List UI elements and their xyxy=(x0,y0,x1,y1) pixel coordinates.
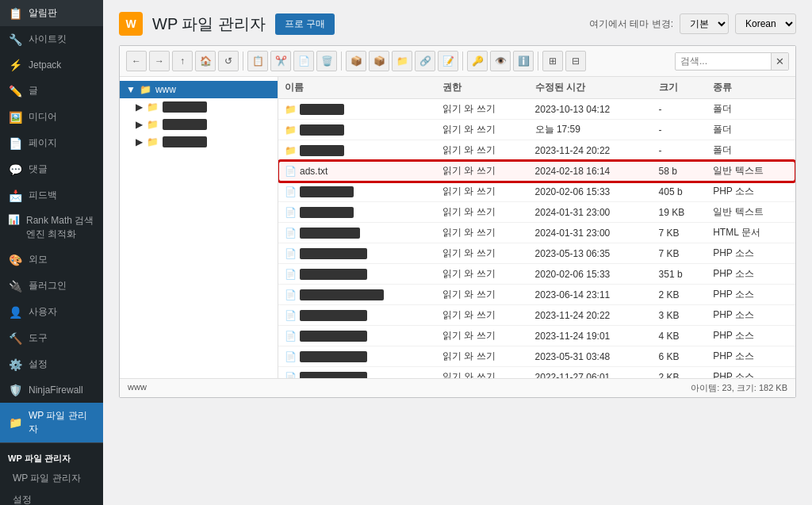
table-row[interactable]: 📄wp-●●●●●●●●● 읽기 와 쓰기 2020-02-06 15:33 3… xyxy=(278,264,795,285)
sidebar-item-users[interactable]: 👤 사용자 xyxy=(0,299,103,325)
theme-select-lang[interactable]: Korean xyxy=(735,13,796,34)
cell-name: 📄re●●●●●●●●● xyxy=(278,223,436,243)
cell-name: 📁wp-●●●●● xyxy=(278,120,436,140)
toolbar-refresh[interactable]: ↺ xyxy=(218,51,239,71)
file-icon: 📄 xyxy=(285,351,297,362)
file-icon: 📄 xyxy=(285,331,297,342)
toolbar-permissions[interactable]: 🔑 xyxy=(467,51,488,71)
toolbar-info[interactable]: ℹ️ xyxy=(513,51,534,71)
folder-icon: 📁 xyxy=(285,145,297,156)
cell-kind: PHP 소스 xyxy=(707,367,795,379)
table-row[interactable]: 📁wp-●●●●● 읽기 와 쓰기 2023-10-13 04:12 - 폴더 xyxy=(278,99,795,120)
sidebar-item-label: WP 파일 관리자 xyxy=(29,409,95,436)
cell-size: 6 KB xyxy=(653,346,707,367)
sidebar-submenu: WP 파일 관리자 WP 파일 관리자 설정 기본 설정 시스템 속성 단축 코… xyxy=(0,442,103,505)
cell-name: 📄wp-●●●●●●●●●●●● xyxy=(278,285,436,305)
toolbar-preview[interactable]: 👁️ xyxy=(490,51,511,71)
feedback-icon: 📩 xyxy=(8,189,22,202)
table-row[interactable]: 📄wp-●●●●●●●●● 읽기 와 쓰기 2023-05-31 03:48 6… xyxy=(278,346,795,367)
toolbar-paste[interactable]: 📄 xyxy=(293,51,314,71)
table-row[interactable]: 📄re●●●●●●●●● 읽기 와 쓰기 2024-01-31 23:00 7 … xyxy=(278,223,795,243)
sidebar-item-appearance[interactable]: 🎨 외모 xyxy=(0,247,103,273)
sidebar-item-sitekit[interactable]: 🔧 사이트킷 xyxy=(0,26,103,52)
cell-permissions: 읽기 와 쓰기 xyxy=(436,346,528,367)
search-close[interactable]: ✕ xyxy=(771,53,788,70)
sidebar-item-jetpack[interactable]: ⚡ Jetpack xyxy=(0,52,103,78)
tree-folder-icon: 📁 xyxy=(147,101,159,113)
cell-size: - xyxy=(653,99,707,120)
toolbar-upload[interactable]: 📦 xyxy=(346,51,366,71)
file-icon: 📄 xyxy=(285,372,297,379)
toolbar-home[interactable]: 🏠 xyxy=(195,51,216,71)
table-row[interactable]: 📁wp-●●●●● 읽기 와 쓰기 오늘 17:59 - 폴더 xyxy=(278,120,795,140)
toolbar-list[interactable]: ⊟ xyxy=(565,51,586,71)
cell-permissions: 읽기 와 쓰기 xyxy=(436,305,528,326)
tree-item-wp1[interactable]: ▶ 📁 wp-●●●●● xyxy=(120,98,278,116)
col-permissions[interactable]: 권한 xyxy=(436,77,528,99)
toolbar-forward[interactable]: → xyxy=(149,51,170,71)
toolbar-grid[interactable]: ⊞ xyxy=(542,51,563,71)
toolbar-cut[interactable]: ✂️ xyxy=(270,51,291,71)
cell-size: 2 KB xyxy=(653,285,707,305)
toolbar-link[interactable]: 🔗 xyxy=(415,51,435,71)
theme-select-default[interactable]: 기본 xyxy=(680,13,729,34)
sidebar-item-ninjafirewall[interactable]: 🛡️ NinjaFirewall xyxy=(0,377,103,403)
sidebar-item-settings[interactable]: ⚙️ 설정 xyxy=(0,351,103,377)
col-name[interactable]: 이름 xyxy=(278,77,436,99)
col-modified[interactable]: 수정된 시간 xyxy=(529,77,653,99)
toolbar-back[interactable]: ← xyxy=(126,51,147,71)
tree-item-wp3[interactable]: ▶ 📁 wp-●●●●● xyxy=(120,133,278,151)
table-row[interactable]: 📄wp-●●●●●●●●● 읽기 와 쓰기 2023-11-24 20:22 3… xyxy=(278,305,795,326)
cell-name: 📄wp-●●●●●●●●● xyxy=(278,346,436,367)
settings-icon: ⚙️ xyxy=(8,358,22,371)
tree-item-wp2[interactable]: ▶ 📁 wp-●●●●● xyxy=(120,116,278,133)
fm-toolbar: ← → ↑ 🏠 ↺ 📋 ✂️ 📄 🗑️ 📦 📦 📁 🔗 📝 🔑 👁️ xyxy=(120,46,795,77)
table-row[interactable]: 📁wp-●●●●● 읽기 와 쓰기 2023-11-24 20:22 - 폴더 xyxy=(278,140,795,161)
cell-name: 📄wp-●●●●●●●●● xyxy=(278,305,436,326)
statusbar-info: 아이템: 23, 크기: 182 KB xyxy=(691,382,787,394)
table-row[interactable]: 📄wp-●●●●●●●●● 읽기 와 쓰기 2022-11-27 06:01 2… xyxy=(278,367,795,379)
sidebar-item-feedback[interactable]: 📩 피드백 xyxy=(0,182,103,209)
cell-kind: PHP 소스 xyxy=(707,346,795,367)
sidebar-item-clipboard[interactable]: 📋 알림판 xyxy=(0,0,103,26)
sidebar-item-posts[interactable]: ✏️ 글 xyxy=(0,78,103,104)
col-kind[interactable]: 종류 xyxy=(707,77,795,99)
sidebar-item-label: 페이지 xyxy=(29,136,57,150)
sidebar-item-comments[interactable]: 💬 댓글 xyxy=(0,156,103,182)
submenu-item-settings[interactable]: 설정 xyxy=(0,489,103,505)
file-name: ads.txt xyxy=(300,166,327,177)
table-row[interactable]: 📄i●●●●●●●●● 읽기 와 쓰기 2020-02-06 15:33 405… xyxy=(278,182,795,202)
sidebar-item-plugins[interactable]: 🔌 플러그인 xyxy=(0,273,103,299)
table-row[interactable]: 📄wp-●●●●●●●●●●●● 읽기 와 쓰기 2023-06-14 23:1… xyxy=(278,285,795,305)
toolbar-up[interactable]: ↑ xyxy=(172,51,193,71)
submenu-item-wpfm[interactable]: WP 파일 관리자 xyxy=(0,468,103,489)
cell-name: 📄wp-●●●●●●●●● xyxy=(278,367,436,379)
cell-modified: 2023-11-24 20:22 xyxy=(529,305,653,326)
table-row[interactable]: 📄ads.txt 읽기 와 쓰기 2024-02-18 16:14 58 b 일… xyxy=(278,161,795,182)
toolbar-download[interactable]: 📦 xyxy=(369,51,389,71)
tree-item-www[interactable]: ▼ 📁 www xyxy=(120,81,278,98)
search-input[interactable] xyxy=(676,53,771,69)
toolbar-edit[interactable]: 📝 xyxy=(438,51,458,71)
sidebar-item-label: Jetpack xyxy=(29,59,61,71)
toolbar-copy[interactable]: 📋 xyxy=(247,51,268,71)
tree-arrow-icon: ▼ xyxy=(126,84,136,95)
file-name-blurred: wp-●●●●●●●●● xyxy=(300,372,367,379)
cell-modified: 2020-02-06 15:33 xyxy=(529,182,653,202)
cell-modified: 2020-02-06 15:33 xyxy=(529,264,653,285)
cell-modified: 2023-06-14 23:11 xyxy=(529,285,653,305)
toolbar-delete[interactable]: 🗑️ xyxy=(316,51,337,71)
sidebar-item-pages[interactable]: 📄 페이지 xyxy=(0,130,103,156)
table-row[interactable]: 📄wp-●●●●●●●●● 읽기 와 쓰기 2023-05-13 06:35 7… xyxy=(278,243,795,264)
clipboard-icon: 📋 xyxy=(8,7,22,20)
sidebar-item-media[interactable]: 🖼️ 미디어 xyxy=(0,104,103,130)
toolbar-new-folder[interactable]: 📁 xyxy=(392,51,412,71)
sidebar-item-tools[interactable]: 🔨 도구 xyxy=(0,325,103,351)
sidebar-item-rankmath[interactable]: 📊 Rank Math 검색엔진 최적화 xyxy=(0,209,103,247)
table-row[interactable]: 📄i●●●●●●●●● 읽기 와 쓰기 2024-01-31 23:00 19 … xyxy=(278,202,795,223)
pro-button[interactable]: 프로 구매 xyxy=(275,13,335,35)
table-row[interactable]: 📄wp-●●●●●●●●● 읽기 와 쓰기 2023-11-24 19:01 4… xyxy=(278,326,795,346)
col-size[interactable]: 크기 xyxy=(653,77,707,99)
theme-selector: 여기에서 테마 변경: 기본 Korean xyxy=(589,13,796,34)
sidebar-item-wpfilemanager[interactable]: 📁 WP 파일 관리자 xyxy=(0,403,103,442)
